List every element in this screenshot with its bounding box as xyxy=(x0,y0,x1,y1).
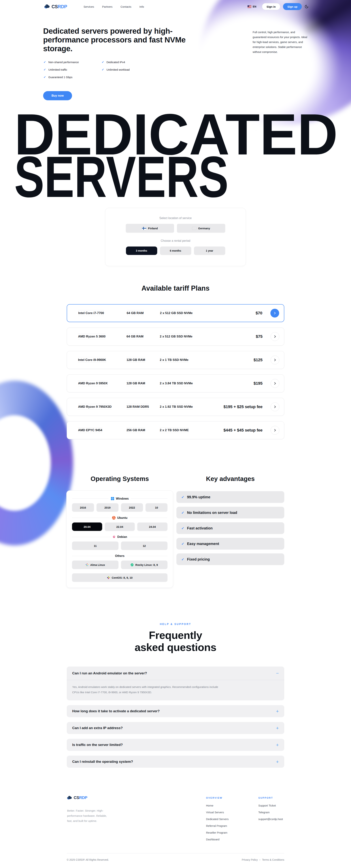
faq-title: Frequently asked questions xyxy=(0,629,351,653)
brand-text-cs: CS xyxy=(51,4,58,9)
plan-storage: 2 x 512 GB SSD NVMe xyxy=(160,311,255,315)
os-option-windows-2022[interactable]: 2022 xyxy=(121,503,143,512)
plan-select-button[interactable] xyxy=(271,402,279,411)
plan-select-button[interactable] xyxy=(271,332,279,341)
faq-question[interactable]: Is traffic on the server limited? + xyxy=(67,739,284,751)
nav-item-services[interactable]: Services xyxy=(83,5,94,8)
advantage-item: ✓Easy management xyxy=(176,538,284,550)
os-option-ubuntu-2404[interactable]: 24.04 xyxy=(137,523,168,531)
os-group-debian: Debian xyxy=(72,535,168,538)
faq-list: Can I run an Android emulator on the ser… xyxy=(67,666,284,768)
advantages-section-title: Key advantages xyxy=(176,475,284,483)
tariff-plans-list: Intel Core i7-7700 64 GB RAM 2 x 512 GB … xyxy=(67,304,284,439)
os-option-debian-11[interactable]: 11 xyxy=(72,541,118,550)
faq-item: How long does it take to activate a dedi… xyxy=(67,705,284,717)
collapse-minus-icon[interactable]: − xyxy=(276,671,279,676)
sign-in-button[interactable]: Sign in xyxy=(262,3,280,10)
language-selector[interactable]: EN xyxy=(248,5,256,8)
advantage-item: ✓Fast activation xyxy=(176,522,284,534)
expand-plus-icon[interactable]: + xyxy=(276,709,279,714)
plan-row[interactable]: AMD Ryzen 9 7950X3D 128 RAM DDR5 2 x 1.9… xyxy=(67,398,284,416)
brand-text-rdp: RDP xyxy=(58,4,67,9)
advantage-item: ✓No limitations on server load xyxy=(176,507,284,519)
plan-row[interactable]: Intel Core i7-7700 64 GB RAM 2 x 512 GB … xyxy=(67,304,284,322)
top-navigation-bar: CSRDP Services Partners Contacts Info EN… xyxy=(0,0,351,13)
footer-support-column: SUPPORT Support Ticket Telegram support@… xyxy=(258,797,283,824)
windows-icon xyxy=(111,497,114,500)
cloud-logo-icon xyxy=(44,4,50,9)
copyright-text: © 2025 CSRDP. All Rights Reserved. xyxy=(67,858,109,861)
footer-link-referral-program[interactable]: Referral Program xyxy=(206,824,229,827)
plan-row[interactable]: AMD Ryzen 5 3600 64 GB RAM 2 x 512 GB SS… xyxy=(67,328,284,345)
check-icon: ✓ xyxy=(181,510,184,515)
period-button-1-year[interactable]: 1 year xyxy=(194,247,225,255)
os-option-alma-linux[interactable]: Alma Linux xyxy=(72,561,118,569)
decorative-gradient-ring-left xyxy=(0,381,73,545)
decorative-gradient-top-right xyxy=(201,0,351,124)
brand-logo[interactable]: CSRDP xyxy=(44,4,67,9)
cloud-logo-icon xyxy=(67,796,72,800)
footer-link-dashboard[interactable]: Dashboard xyxy=(206,838,229,841)
faq-item-expanded: Can I run an Android emulator on the ser… xyxy=(67,666,284,701)
os-option-windows-10[interactable]: 10 xyxy=(145,503,168,512)
nav-item-partners[interactable]: Partners xyxy=(102,5,113,8)
os-option-debian-12[interactable]: 12 xyxy=(121,541,168,550)
legal-separator: • xyxy=(259,859,260,861)
os-option-windows-2019[interactable]: 2019 xyxy=(97,503,118,512)
plan-row[interactable]: AMD EPYC 9454 256 GB RAM 2 x 2 TB SSD NV… xyxy=(67,421,284,439)
plan-price: $75 xyxy=(256,334,262,339)
hero-description: Full control, high performance, and guar… xyxy=(253,30,308,54)
faq-item: Is traffic on the server limited? + xyxy=(67,739,284,751)
os-option-ubuntu-2204[interactable]: 22.04 xyxy=(105,523,135,531)
footer-legal-links: Privacy Policy • Terms & Conditions xyxy=(242,858,284,861)
os-option-rocky-linux[interactable]: Rocky Linux: 8, 9 xyxy=(121,561,168,569)
expand-plus-icon[interactable]: + xyxy=(276,759,279,764)
plan-storage: 2 x 512 GB SSD NVMe xyxy=(160,335,256,338)
os-option-centos[interactable]: CentOS: 8, 9, 10 xyxy=(72,574,168,582)
footer-link-telegram[interactable]: Telegram xyxy=(258,811,283,814)
period-button-6-months[interactable]: 6 months xyxy=(160,247,191,255)
sign-up-button[interactable]: Sign up xyxy=(283,3,302,10)
privacy-policy-link[interactable]: Privacy Policy xyxy=(242,858,258,861)
os-option-ubuntu-2004[interactable]: 20.04 xyxy=(72,523,102,531)
buy-now-button[interactable]: Buy now xyxy=(43,91,72,100)
footer-link-dedicated-servers[interactable]: Dedicated Servers xyxy=(206,817,229,820)
faq-question[interactable]: Can I reinstall the operating system? + xyxy=(67,756,284,768)
faq-question[interactable]: Can I run an Android emulator on the ser… xyxy=(67,666,284,680)
period-button-3-months[interactable]: 3 months xyxy=(126,247,157,255)
footer-link-support-ticket[interactable]: Support Ticket xyxy=(258,804,283,807)
os-option-windows-2016[interactable]: 2016 xyxy=(72,503,94,512)
plan-row[interactable]: Intel Core i9-9900K 128 GB RAM 2 x 1 TB … xyxy=(67,351,284,369)
expand-plus-icon[interactable]: + xyxy=(276,725,279,731)
plan-cpu: AMD Ryzen 5 3600 xyxy=(78,335,126,338)
location-button-germany[interactable]: Germany xyxy=(177,224,225,232)
chevron-right-icon xyxy=(274,359,276,361)
terms-link[interactable]: Terms & Conditions xyxy=(262,858,284,861)
plan-select-button[interactable] xyxy=(271,379,279,388)
nav-item-info[interactable]: Info xyxy=(139,5,144,8)
location-button-finland[interactable]: Finland xyxy=(126,224,174,232)
dark-mode-moon-icon[interactable] xyxy=(305,5,309,9)
plan-select-button[interactable] xyxy=(271,355,279,364)
footer-link-support-email[interactable]: support@csrdp.host xyxy=(258,817,283,820)
nav-item-contacts[interactable]: Contacts xyxy=(120,5,131,8)
plan-row[interactable]: AMD Ryzen 9 5950X 128 GB RAM 2 x 3.84 TB… xyxy=(67,374,284,392)
faq-question[interactable]: Can I add an extra IP address? + xyxy=(67,722,284,734)
os-group-windows: Windows xyxy=(72,497,168,500)
footer-link-reseller-program[interactable]: Reseller Program xyxy=(206,831,229,834)
advantages-list: ✓99.9% uptime ✓No limitations on server … xyxy=(176,491,284,565)
plan-select-button[interactable] xyxy=(271,426,279,435)
faq-eyebrow: HELP & SUPPORT xyxy=(0,623,351,625)
expand-plus-icon[interactable]: + xyxy=(276,742,279,747)
plan-cpu: Intel Core i9-9900K xyxy=(78,358,126,362)
plan-select-button[interactable] xyxy=(270,309,279,317)
footer-link-home[interactable]: Home xyxy=(206,804,229,807)
footer-link-virtual-servers[interactable]: Virtual Servers xyxy=(206,811,229,814)
plan-ram: 128 RAM DDR5 xyxy=(126,405,160,409)
mega-heading: DEDICATED SERVERS xyxy=(14,112,343,198)
footer-brand-logo[interactable]: CSRDP xyxy=(67,795,87,800)
rocky-linux-icon xyxy=(131,563,134,566)
ubuntu-icon xyxy=(112,516,115,520)
faq-question[interactable]: How long does it take to activate a dedi… xyxy=(67,705,284,717)
check-icon: ✓ xyxy=(43,68,46,71)
